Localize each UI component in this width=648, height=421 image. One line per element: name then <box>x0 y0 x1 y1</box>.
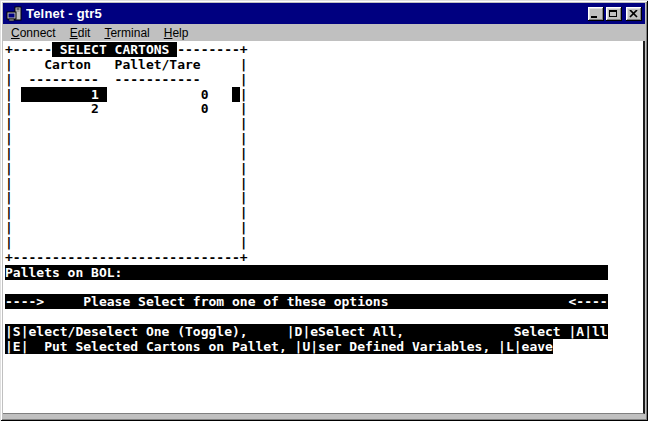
terminal-row-9: | | <box>5 177 643 192</box>
terminal-row-5: | | <box>5 117 643 132</box>
terminal-row-1: | Carton Pallet/Tare | <box>5 58 643 73</box>
menu-bar: ConnectEditTerminalHelp <box>3 24 645 41</box>
telnet-window: Telnet - gtr5 ConnectEditTerminalHelp +-… <box>0 0 648 421</box>
menu-item-edit[interactable]: Edit <box>63 25 98 41</box>
close-icon <box>629 10 638 18</box>
terminal-row-3: | 1 0 | <box>5 88 643 103</box>
maximize-icon <box>609 10 617 17</box>
terminal-row-13: | | <box>5 236 643 251</box>
terminal-row-12: | | <box>5 221 643 236</box>
terminal-row-0: +----- SELECT CARTONS --------+ <box>5 43 643 58</box>
terminal-screen[interactable]: +----- SELECT CARTONS --------+| Carton … <box>3 41 645 414</box>
terminal-row-15: Pallets on BOL: <box>5 266 643 281</box>
terminal-row-21 <box>5 355 643 370</box>
terminal-row-23 <box>5 384 643 399</box>
terminal-row-2: | --------- ----------- | <box>5 73 643 88</box>
title-bar[interactable]: Telnet - gtr5 <box>3 3 645 24</box>
terminal-row-14: +-----------------------------+ <box>5 251 643 266</box>
menu-item-help[interactable]: Help <box>157 25 196 41</box>
terminal-row-16 <box>5 281 643 296</box>
terminal-row-24 <box>5 399 643 414</box>
minimize-button[interactable] <box>588 7 604 21</box>
menu-item-connect[interactable]: Connect <box>4 25 63 41</box>
terminal-row-17: ----> Please Select from one of these op… <box>5 295 643 310</box>
terminal-row-4: | 2 0 | <box>5 102 643 117</box>
menu-item-terminal[interactable]: Terminal <box>97 25 156 41</box>
terminal-row-22 <box>5 370 643 385</box>
terminal-row-10: | | <box>5 191 643 206</box>
telnet-app-icon[interactable] <box>6 6 22 22</box>
terminal-row-8: | | <box>5 162 643 177</box>
window-title: Telnet - gtr5 <box>26 6 584 21</box>
terminal-row-18 <box>5 310 643 325</box>
minimize-icon <box>591 16 597 18</box>
maximize-button[interactable] <box>606 7 622 21</box>
terminal-row-11: | | <box>5 206 643 221</box>
terminal-row-7: | | <box>5 147 643 162</box>
terminal-row-20: |E| Put Selected Cartons on Pallet, |U|s… <box>5 340 643 355</box>
close-button[interactable] <box>626 7 642 21</box>
window-controls <box>588 7 642 21</box>
terminal-row-6: | | <box>5 132 643 147</box>
terminal-row-19: |S|elect/Deselect One (Toggle), |D|eSele… <box>5 325 643 340</box>
